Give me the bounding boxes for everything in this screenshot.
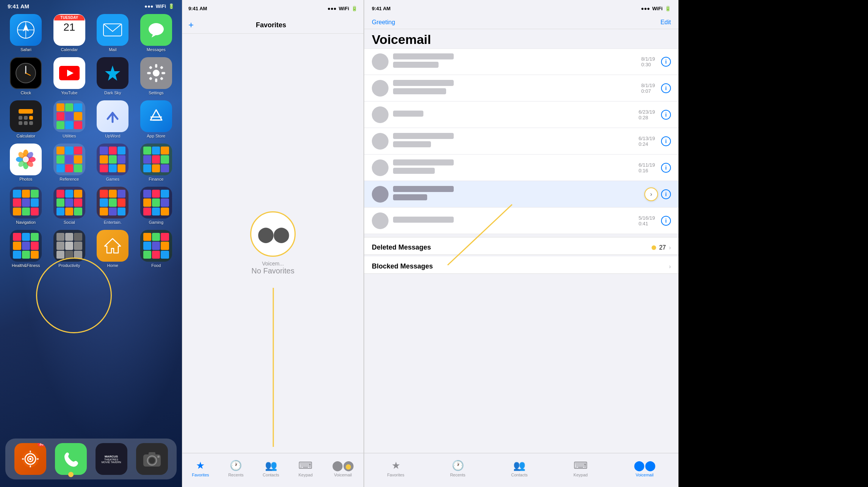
vm-tab-voicemail[interactable]: ⬤⬤ Voicemail	[634, 460, 656, 477]
vm-info-btn-1[interactable]: i	[661, 57, 671, 67]
vm-info-btn-2[interactable]: i	[661, 83, 671, 93]
app-clock[interactable]: Clock	[7, 57, 45, 95]
svg-point-43	[23, 156, 29, 162]
voicemail-item-6[interactable]: › i	[364, 181, 678, 208]
svg-rect-29	[29, 121, 33, 125]
phone-signal-icon: ●●●	[327, 6, 337, 11]
svg-rect-17	[147, 72, 151, 74]
app-finance[interactable]: Finance	[137, 144, 175, 181]
phone-status-icons: ●●● WiFi 🔋	[327, 6, 357, 11]
app-darksky[interactable]: Dark Sky	[94, 57, 132, 95]
tab-contacts[interactable]: 👥 Contacts	[263, 460, 279, 477]
app-photos[interactable]: Photos	[7, 144, 45, 181]
blocked-messages-label: Blocked Messages	[372, 262, 433, 270]
app-calculator[interactable]: Calculator	[7, 100, 45, 138]
navigation-icon	[10, 187, 42, 219]
deleted-messages-section[interactable]: Deleted Messages 27 ›	[364, 237, 678, 255]
app-safari[interactable]: Safari	[7, 14, 45, 52]
dock-marcus[interactable]: MARCUS THEATRES MOVIE TAVERN	[96, 443, 127, 475]
svg-rect-23	[19, 109, 33, 114]
vm-recents-icon: 🕐	[452, 460, 464, 471]
dock-overcast[interactable]: 334	[14, 443, 46, 475]
app-youtube[interactable]: YouTube	[50, 57, 89, 95]
finance-icon	[140, 144, 172, 175]
vm-info-btn-3[interactable]: i	[661, 110, 671, 120]
vm-tab-keypad[interactable]: ⌨ Keypad	[573, 460, 588, 477]
app-productivity[interactable]: Productivity	[50, 230, 89, 268]
voicemail-item-3[interactable]: 6/23/190:28 i	[364, 101, 678, 128]
app-food[interactable]: Food	[137, 230, 175, 268]
app-games[interactable]: Games	[94, 144, 132, 181]
svg-rect-26	[29, 116, 33, 120]
vm-info-7	[393, 217, 639, 225]
svg-rect-18	[161, 72, 165, 74]
vm-avatar-1	[372, 53, 389, 70]
voicemail-item-1[interactable]: 8/1/190:30 i	[364, 48, 678, 75]
games-label: Games	[106, 177, 119, 181]
voicemail-item-4[interactable]: 6/13/190:24 i	[364, 128, 678, 155]
svg-rect-22	[160, 77, 163, 81]
vm-tab-contacts[interactable]: 👥 Contacts	[511, 460, 528, 477]
greeting-button[interactable]: Greeting	[372, 19, 395, 26]
vm-info-btn-7[interactable]: i	[661, 216, 671, 226]
vm-avatar-3	[372, 106, 389, 123]
app-mail[interactable]: Mail	[94, 14, 132, 52]
vm-tab-recents[interactable]: 🕐 Recents	[450, 460, 465, 477]
svg-marker-13	[105, 66, 120, 81]
vm-avatar-7	[372, 212, 389, 229]
voicemail-item-7[interactable]: 5/16/190:41 i	[364, 208, 678, 234]
app-messages[interactable]: Messages	[137, 14, 175, 52]
app-upword[interactable]: UpWord	[94, 100, 132, 138]
svg-marker-44	[105, 239, 121, 253]
app-navigation[interactable]: Navigation	[7, 187, 45, 225]
photos-label: Photos	[19, 177, 32, 181]
app-reference[interactable]: Reference	[50, 144, 89, 181]
app-gaming2[interactable]: Gaming	[137, 187, 175, 225]
favorites-title: Favorites	[256, 21, 286, 29]
app-entertainment[interactable]: Entertain.	[94, 187, 132, 225]
favorites-tab-label: Favorites	[192, 473, 209, 477]
clock-label: Clock	[20, 91, 31, 95]
vm-name-6	[393, 186, 454, 192]
gaming2-icon	[140, 187, 172, 219]
tab-recents[interactable]: 🕐 Recents	[228, 460, 243, 477]
vm-info-2	[393, 80, 641, 97]
app-settings[interactable]: Settings	[137, 57, 175, 95]
social-label: Social	[64, 220, 75, 225]
voicemail-item-2[interactable]: 8/1/190:07 i	[364, 75, 678, 101]
calculator-label: Calculator	[16, 134, 35, 138]
tab-favorites[interactable]: ★ Favorites	[192, 460, 209, 477]
app-calendar[interactable]: TUESDAY 21 Calendar	[50, 14, 89, 52]
vm-tab-favorites[interactable]: ★ Favorites	[387, 460, 404, 477]
svg-rect-56	[149, 452, 155, 455]
signal-icon: ●●●	[144, 3, 154, 9]
marcus-icon: MARCUS THEATRES MOVIE TAVERN	[96, 443, 127, 475]
health-label: Health&Fitness	[12, 263, 40, 268]
svg-rect-25	[24, 116, 28, 120]
vm-nav-bar: Greeting Edit	[364, 17, 678, 29]
vm-info-btn-6[interactable]: i	[661, 189, 671, 199]
vm-info-btn-4[interactable]: i	[661, 136, 671, 146]
dock-phone[interactable]	[55, 443, 87, 475]
vm-info-btn-5[interactable]: i	[661, 163, 671, 173]
app-home[interactable]: Home	[94, 230, 132, 268]
entertainment-label: Entertain.	[104, 220, 122, 225]
dock-camera[interactable]	[136, 443, 168, 475]
youtube-label: YouTube	[61, 91, 77, 95]
blocked-messages-section[interactable]: Blocked Messages ›	[364, 256, 678, 274]
tab-voicemail[interactable]: ⬤⬤ Voicemail	[332, 460, 354, 477]
edit-button[interactable]: Edit	[660, 19, 671, 26]
add-favorite-button[interactable]: +	[188, 20, 194, 30]
app-social[interactable]: Social	[50, 187, 89, 225]
svg-point-48	[29, 458, 31, 460]
vm-name-4	[393, 133, 454, 139]
app-utilities[interactable]: Utilities	[50, 100, 89, 138]
utilities-icon	[53, 100, 85, 132]
app-health[interactable]: Health&Fitness	[7, 230, 45, 268]
vm-chevron-btn-6[interactable]: ›	[644, 187, 658, 201]
vm-right-1: 8/1/190:30 i	[641, 56, 671, 67]
voicemail-item-5[interactable]: 6/11/190:16 i	[364, 155, 678, 181]
vm-voicemail-tab-icon: ⬤⬤	[634, 460, 656, 471]
tab-keypad[interactable]: ⌨ Keypad	[298, 460, 313, 477]
app-appstore[interactable]: App Store	[137, 100, 175, 138]
